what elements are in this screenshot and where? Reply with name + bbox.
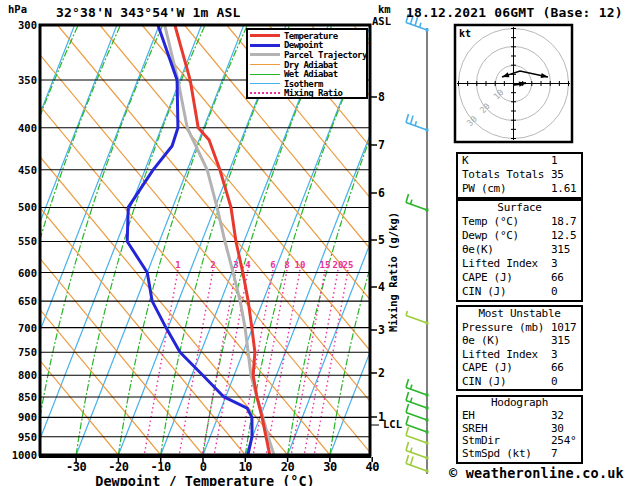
pressure-tick-label: 450 [4,164,37,176]
pressure-tick-label: 800 [4,369,37,381]
table-row-value: 35 [551,168,564,182]
table-row: CAPE (J)66 [458,361,581,375]
wind-barb-tick-half [406,311,407,316]
legend-item: Parcel Trajectory [250,50,366,60]
table-row-label: CAPE (J) [458,271,513,284]
pressure-tick-label: 1000 [4,449,37,461]
table-row-label: Dewp (°C) [458,229,519,242]
table-row: Totals Totals35 [458,168,581,182]
wind-barb-tick-half [411,448,412,453]
table-row-label: CIN (J) [458,375,506,388]
wind-barb-tick-full [411,457,414,466]
wind-barb-tick-full [406,114,409,123]
pressure-tick-label: 600 [4,267,37,279]
wind-barb-tick-full [406,392,409,401]
wind-barb-tick-half [411,385,412,390]
wind-barb [406,427,429,445]
wind-barb-tick-full [406,416,409,425]
table-row: Lifted Index3 [458,257,581,271]
km-tick-label: 8 [378,91,400,103]
pressure-tick-label: 650 [4,295,37,307]
legend-label: Dry Adiabat [284,60,338,70]
table-row-label: Lifted Index [458,257,538,270]
table-row: CAPE (J)66 [458,271,581,285]
hodograph: 102030 [455,25,572,142]
wind-barb-station-dot [426,431,429,434]
wind-barb-station-dot [426,419,429,422]
table-section-header: Hodograph [458,397,581,410]
legend-label: Temperature [284,31,338,41]
pressure-tick-label: 400 [4,122,37,134]
table-row-label: θe (K) [458,334,500,347]
wind-barb-station-dot [426,470,429,473]
table-row: Temp (°C)18.7 [458,215,581,229]
table-section-header: Surface [458,201,581,215]
wind-barb-shaft [406,388,427,396]
legend-label: Parcel Trajectory [284,50,367,60]
legend-label: Isotherm [284,79,323,89]
wind-barb-tick-full [406,404,409,413]
wind-barb-tick-full [406,442,409,451]
legend-swatch-cyan [250,83,280,84]
legend-box: TemperatureDewpointParcel TrajectoryDry … [246,28,368,99]
legend-swatch-grey [250,53,280,56]
table-row-label: CIN (J) [458,285,506,298]
height-axis-unit-km: km [378,3,391,15]
legend-swatch-red [250,34,280,37]
km-tick-label: 2 [378,367,400,379]
table-row-label: Totals Totals [458,168,544,181]
wind-barb [406,194,429,212]
table-row-value: 0 [551,285,557,299]
lcl-label: LCL [383,418,402,430]
wind-barb-tick-half [415,121,416,126]
mixing-ratio-label: 3 [233,260,238,270]
station-title: 32°38'N 343°54'W 1m ASL [56,5,241,20]
legend-swatch-blue [250,44,280,47]
table-row-value: 7 [551,448,557,461]
legend-label: Mixing Ratio [284,88,342,98]
table-row: StmSpd (kt)7 [458,448,581,461]
pressure-tick-label: 300 [4,19,37,31]
pressure-tick-label: 500 [4,201,37,213]
legend-item: Wet Adiabat [250,69,366,79]
table-row: Dewp (°C)12.5 [458,229,581,243]
mixing-ratio-label: 8 [284,260,289,270]
mixing-ratio-label: 2 [210,260,215,270]
table-row-value: 1017 [551,321,576,335]
table-row-label: EH [458,409,475,422]
table-row-label: Temp (°C) [458,215,519,228]
mixing-ratio-axis-title: Mixing Ratio (g/kg) [387,202,401,342]
wind-barb-shaft [406,23,427,31]
pressure-tick-label: 850 [4,391,37,403]
table-row-value: 3 [551,257,557,271]
table-row-label: SREH [458,422,487,435]
table-row-value: 1 [551,154,557,168]
wind-barb-station-dot [426,29,429,32]
table-row-value: 66 [551,361,564,375]
wind-barb-shaft [406,451,427,459]
wind-barb-station-dot [426,209,429,212]
km-tick-label: 7 [378,139,400,151]
table-row-value: 315 [551,334,570,348]
pressure-tick-label: 750 [4,346,37,358]
temperature-tick-label: 40 [355,461,389,474]
table-row: Pressure (mb)1017 [458,321,581,335]
hodograph-unit-label: kt [459,28,471,39]
mixing-ratio-label: 1 [175,260,180,270]
pressure-tick-label: 350 [4,74,37,86]
wind-barb-tick-full [406,455,409,464]
mixing-ratio-label: 25 [343,260,354,270]
mixing-ratio-label: 4 [245,260,251,270]
table-row-label: K [458,154,468,167]
wind-barb [406,442,429,460]
table-row-value: 32 [551,410,564,423]
wind-barb-shaft [406,436,427,444]
credit-watermark: © weatheronline.co.uk [449,465,624,481]
table-row-value: 12.5 [551,229,576,243]
wind-barb-shaft [406,425,427,433]
table-row: PW (cm)1.61 [458,182,581,196]
legend-item: Temperature [250,31,366,41]
wind-barb-shaft [406,203,427,211]
wind-barb-tick-half [411,200,412,205]
pressure-tick-label: 550 [4,235,37,247]
